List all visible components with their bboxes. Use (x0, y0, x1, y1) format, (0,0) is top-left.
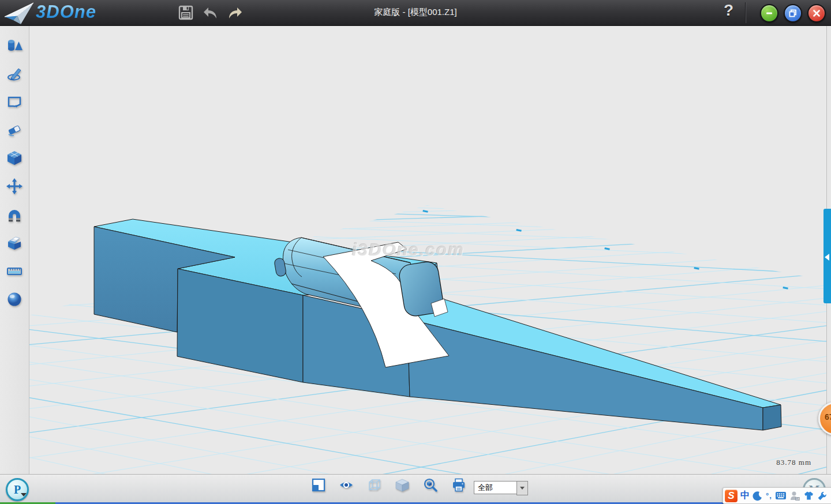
undo-icon[interactable] (202, 4, 219, 21)
restore-button[interactable] (784, 4, 802, 22)
material-sphere-icon[interactable] (6, 291, 23, 308)
shaded-cube-icon[interactable] (395, 477, 410, 492)
magnet-snap-icon[interactable] (6, 206, 23, 223)
flyout-panel-handle[interactable] (823, 209, 831, 303)
chinese-mode-icon[interactable]: 中 (740, 490, 750, 502)
scale-indicator: 83.78 mm (776, 458, 811, 467)
move-transform-icon[interactable] (6, 178, 23, 195)
plugin-badge[interactable]: P (6, 478, 29, 501)
profile-icon[interactable]: 14 (789, 491, 800, 501)
feature-cube-icon[interactable] (6, 149, 23, 167)
chevron-left-icon (825, 254, 829, 261)
visibility-eye-icon[interactable] (339, 477, 354, 492)
plugin-caret-icon[interactable] (21, 493, 27, 497)
punctuation-icon[interactable]: °, (766, 491, 772, 500)
skin-tshirt-icon[interactable] (803, 491, 814, 501)
sketch-draw-icon[interactable] (6, 65, 23, 82)
solid-primitives-icon[interactable] (6, 36, 23, 54)
close-icon (812, 9, 821, 18)
assembly-box-icon[interactable] (6, 234, 23, 251)
view-plane-icon[interactable] (311, 477, 326, 492)
sketch-plane-icon[interactable] (6, 93, 23, 110)
wireframe-cube-icon[interactable] (367, 477, 382, 492)
viewport-3d[interactable]: i3DOne.com (29, 25, 826, 474)
model-bow-face (407, 319, 763, 430)
restore-icon (788, 9, 798, 18)
filter-dropdown[interactable]: 全部 (474, 481, 521, 494)
minimize-button[interactable] (760, 4, 778, 22)
night-mode-icon[interactable] (753, 491, 763, 501)
brand-logo-text: 3DOne (36, 2, 96, 22)
close-button[interactable] (807, 4, 826, 22)
sogou-logo-icon[interactable]: S (725, 490, 738, 502)
left-toolbar (0, 25, 29, 474)
save-icon[interactable] (177, 4, 194, 21)
measure-gauge-icon[interactable] (6, 262, 23, 280)
zoom-fit-icon[interactable] (423, 477, 438, 492)
soft-keyboard-icon[interactable] (775, 491, 787, 500)
profile-badge: 14 (796, 497, 799, 501)
titlebar-divider (746, 2, 746, 23)
print-icon[interactable] (451, 477, 466, 492)
window-title: 家庭版 - [模型001.Z1] (231, 7, 600, 18)
help-icon[interactable]: ? (724, 1, 733, 20)
app-logo-paper-plane-icon (3, 1, 35, 24)
bottom-toolbar: P 全部 M (0, 474, 831, 503)
minus-icon (765, 9, 774, 18)
titlebar: 3DOne 家庭版 - [模型001.Z1] ? (0, 0, 831, 26)
filter-dropdown-arrow[interactable] (516, 481, 528, 495)
settings-wrench-icon[interactable] (817, 491, 828, 501)
model-bow-endcap (763, 405, 781, 430)
eraser-edit-icon[interactable] (6, 121, 23, 138)
ime-toolbar: S 中 °, 14 (723, 487, 831, 504)
watermark: i3DOne.com (352, 240, 465, 259)
